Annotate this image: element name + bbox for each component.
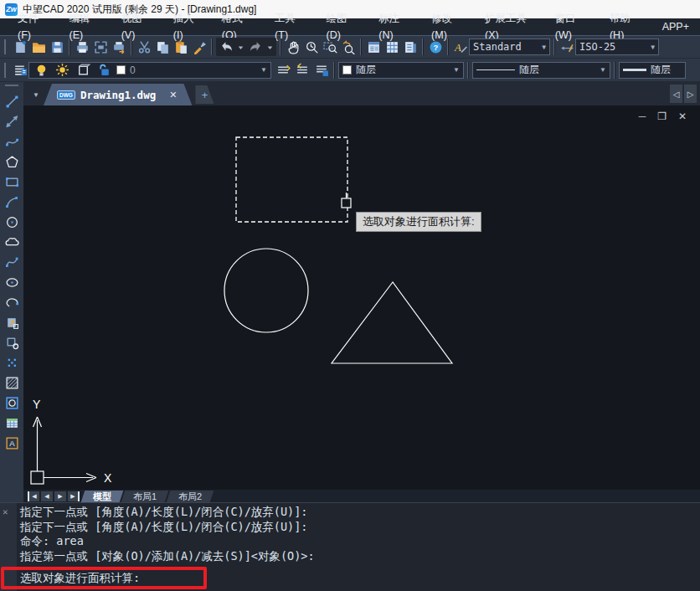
plot-settings-icon[interactable]	[111, 39, 127, 55]
color-value: 随层	[356, 63, 376, 77]
new-file-icon[interactable]	[12, 39, 28, 55]
arc-icon[interactable]	[3, 193, 21, 211]
circle-icon[interactable]	[3, 213, 21, 231]
linetype-dropdown[interactable]: 随层 ▼	[472, 62, 610, 79]
dim-style-dropdown[interactable]: ISO-25 ▼	[575, 39, 659, 55]
close-tab-icon[interactable]: ✕	[169, 90, 177, 100]
layer-properties-manager-icon[interactable]	[12, 62, 28, 79]
layout-nav-last-icon[interactable]: ▶	[68, 491, 80, 501]
text-style-icon[interactable]: A	[452, 39, 469, 55]
layout-nav-next-icon[interactable]: ▶	[54, 491, 66, 501]
color-dropdown[interactable]: 随层 ▼	[338, 62, 464, 79]
undo-icon[interactable]	[218, 39, 234, 55]
redo-icon[interactable]	[247, 39, 264, 55]
svg-text:A: A	[454, 41, 461, 53]
layout-nav-first-icon[interactable]: ◀	[28, 491, 39, 501]
properties-palette-icon[interactable]	[365, 39, 382, 55]
close-command-window-icon[interactable]: ✕	[3, 506, 8, 517]
tab-scroll-right-icon[interactable]: ▷	[684, 85, 697, 103]
highlight-annotation	[1, 567, 207, 589]
layer-dropdown[interactable]: 0 ▼	[28, 62, 271, 79]
command-history-line-2: 命令: area	[20, 534, 315, 549]
tab-scroll-left-icon[interactable]: ◁	[670, 85, 682, 103]
layer-make-current-icon[interactable]	[275, 62, 291, 79]
help-icon[interactable]: ?	[427, 39, 444, 55]
zoom-window-icon[interactable]	[322, 39, 338, 55]
toolbar-separator	[422, 39, 424, 55]
insert-block-icon[interactable]	[3, 313, 21, 331]
toolbar-grip[interactable]	[5, 85, 18, 89]
layer-color-swatch	[116, 65, 126, 75]
lineweight-sample	[623, 69, 646, 71]
command-window[interactable]: ✕ 指定下一点或 [角度(A)/长度(L)/闭合(C)/放弃(U)]:指定下一点…	[0, 502, 700, 591]
layer-thaw-sun-icon[interactable]	[54, 62, 70, 79]
new-tab-button[interactable]: +	[195, 85, 214, 104]
paste-icon[interactable]	[172, 39, 189, 55]
zwcad-window: Zw 中望CAD 2020 试用版 (剩余 29 天) - [Drawing1.…	[0, 0, 700, 591]
layout-tab-模型[interactable]: 模型	[81, 491, 124, 502]
layout-tab-布局1[interactable]: 布局1	[121, 491, 169, 502]
current-layer-name: 0	[130, 64, 136, 76]
lineweight-dropdown[interactable]: 随层	[619, 62, 686, 79]
toolbar-separator	[333, 62, 335, 79]
layout-nav-prev-icon[interactable]: ◀	[41, 491, 53, 501]
polygon-icon[interactable]	[3, 152, 21, 171]
print-icon[interactable]	[74, 39, 90, 55]
print-preview-icon[interactable]	[92, 39, 109, 55]
revision-cloud-icon[interactable]	[3, 233, 21, 251]
dim-style-icon[interactable]	[558, 39, 575, 55]
spline-icon[interactable]	[3, 253, 21, 271]
tool-palette-icon[interactable]	[383, 39, 400, 55]
pan-hand-icon[interactable]	[285, 39, 301, 55]
text-style-dropdown[interactable]: Standard ▼	[469, 39, 550, 55]
format-painter-icon[interactable]	[191, 39, 208, 55]
mtext-icon[interactable]: A	[3, 434, 21, 452]
restore-icon[interactable]: ❐	[657, 110, 667, 122]
copy-icon[interactable]	[154, 39, 171, 55]
menu-item-12[interactable]: APP+	[651, 18, 700, 35]
construction-line-icon[interactable]	[3, 112, 21, 131]
hatch-icon[interactable]	[3, 373, 21, 392]
toolbar-grip[interactable]	[4, 63, 9, 78]
redo-history-dropdown-icon[interactable]	[265, 39, 275, 55]
save-icon[interactable]	[49, 39, 65, 55]
line-icon[interactable]	[3, 92, 21, 110]
ucs-x-label: X	[104, 471, 112, 485]
rectangle-icon[interactable]	[3, 172, 21, 191]
region-icon[interactable]	[3, 393, 21, 412]
make-block-icon[interactable]	[3, 333, 21, 352]
ellipse-icon[interactable]	[3, 273, 21, 291]
layer-states-icon[interactable]	[313, 62, 330, 79]
layer-on-bulb-icon[interactable]	[33, 62, 49, 79]
table-icon[interactable]	[3, 414, 21, 432]
lineweight-value: 随层	[651, 63, 671, 77]
undo-history-dropdown-icon[interactable]	[236, 39, 245, 55]
dashed-rectangle-shape[interactable]	[236, 137, 347, 222]
point-icon[interactable]	[3, 353, 21, 372]
layer-unlock-icon[interactable]	[95, 62, 112, 79]
toolbar-separator	[360, 39, 362, 55]
drawing-canvas[interactable]: Y X ─ ❐ ✕ 选取对象进行面积计算:	[23, 105, 700, 490]
layout-tab-布局2[interactable]: 布局2	[167, 491, 214, 502]
toolbar-separator	[211, 39, 213, 55]
toolbar-separator	[69, 39, 70, 55]
sheet-set-icon[interactable]	[402, 39, 419, 55]
open-folder-icon[interactable]	[30, 39, 47, 55]
toolbar-grip[interactable]	[4, 39, 9, 54]
ellipse-arc-icon[interactable]	[3, 293, 21, 311]
close-icon[interactable]: ✕	[678, 110, 687, 122]
circle-shape[interactable]	[224, 249, 308, 332]
triangle-shape[interactable]	[332, 282, 452, 363]
layer-previous-icon[interactable]	[294, 62, 311, 79]
command-history-line-1: 指定下一点或 [角度(A)/长度(L)/闭合(C)/放弃(U)]:	[20, 520, 315, 535]
tab-drawing1[interactable]: DWG Drawing1.dwg ✕	[44, 84, 192, 105]
zoom-previous-icon[interactable]	[340, 39, 357, 55]
tab-list-dropdown-icon[interactable]: ▼	[28, 86, 44, 103]
cut-icon[interactable]	[136, 39, 152, 55]
toolbar-separator	[131, 39, 132, 55]
zoom-realtime-icon[interactable]	[303, 39, 320, 55]
layer-plot-icon[interactable]	[75, 62, 91, 79]
minimize-icon[interactable]: ─	[639, 110, 646, 122]
polyline-icon[interactable]	[3, 132, 21, 151]
svg-text:A: A	[9, 439, 15, 448]
